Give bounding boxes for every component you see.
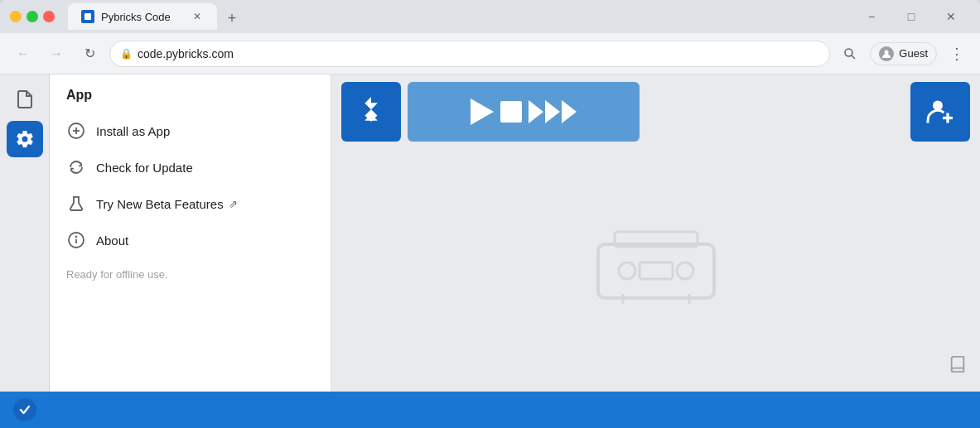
status-check-icon (13, 398, 36, 421)
secure-icon: 🔒 (120, 48, 133, 60)
status-text: Ready for offline use. (50, 258, 331, 291)
forward-button[interactable]: → (43, 41, 70, 67)
profile-label: Guest (899, 47, 928, 60)
svg-point-10 (76, 237, 77, 238)
about-label: About (96, 233, 128, 248)
svg-rect-18 (640, 262, 673, 279)
search-button[interactable] (837, 41, 863, 67)
robot-placeholder (590, 228, 722, 314)
browser-window: − □ ✕ Pybricks Code ✕ + − □ ✕ ← → ↻ 🔒 co (0, 0, 980, 428)
tab-title: Pybricks Code (101, 11, 184, 23)
app-content: App Install as App (0, 75, 980, 392)
beta-label: Try New Beta Features ⇗ (96, 197, 238, 211)
new-tab-button[interactable]: + (220, 7, 244, 30)
url-bar[interactable]: 🔒 code.pybricks.com (109, 41, 830, 67)
external-link-icon: ⇗ (229, 198, 238, 210)
canvas-area (331, 149, 980, 392)
flask-icon (66, 194, 86, 214)
toolbar (331, 75, 980, 149)
url-text: code.pybricks.com (138, 47, 234, 60)
documentation-icon[interactable] (949, 355, 967, 378)
refresh-icon (66, 157, 86, 177)
minimize-button[interactable]: − (10, 11, 22, 22)
title-bar: − □ ✕ Pybricks Code ✕ + − □ ✕ (0, 0, 980, 33)
window-controls: − □ ✕ (10, 11, 55, 22)
menu-section-title: App (50, 81, 331, 113)
more-options-button[interactable]: ⋮ (944, 41, 970, 67)
main-area (331, 75, 980, 392)
maximize-button[interactable]: □ (27, 11, 38, 22)
menu-item-install-app[interactable]: Install as App (50, 113, 331, 149)
address-bar: ← → ↻ 🔒 code.pybricks.com Guest ⋮ (0, 33, 980, 75)
circle-plus-icon (66, 121, 86, 141)
play-icon (471, 99, 494, 125)
svg-point-16 (619, 262, 635, 279)
svg-point-12 (933, 101, 943, 111)
dropdown-menu: App Install as App (50, 75, 331, 392)
add-user-button[interactable] (910, 82, 970, 142)
fast-forward-icon (529, 100, 577, 123)
browser-minimize-button[interactable]: − (852, 3, 891, 30)
browser-close-button[interactable]: ✕ (932, 3, 970, 30)
sidebar (0, 75, 50, 392)
close-window-button[interactable]: ✕ (43, 11, 55, 22)
svg-rect-0 (84, 13, 91, 20)
profile-icon (879, 46, 894, 61)
reload-button[interactable]: ↻ (76, 41, 103, 67)
back-button[interactable]: ← (10, 41, 36, 67)
profile-button[interactable]: Guest (870, 42, 937, 65)
bluetooth-button[interactable] (341, 82, 401, 142)
menu-item-check-update[interactable]: Check for Update (50, 149, 331, 185)
install-app-label: Install as App (96, 124, 170, 138)
status-bar (0, 392, 980, 428)
svg-point-1 (845, 49, 852, 56)
tab-close-button[interactable]: ✕ (191, 10, 204, 23)
svg-point-3 (885, 50, 889, 54)
sidebar-item-settings[interactable] (7, 121, 43, 157)
menu-item-beta[interactable]: Try New Beta Features ⇗ (50, 185, 331, 222)
info-circle-icon (66, 230, 86, 250)
svg-rect-15 (598, 244, 714, 298)
window-right-controls: − □ ✕ (852, 3, 970, 30)
tab-favicon-icon (81, 10, 94, 23)
sidebar-item-file[interactable] (7, 81, 43, 118)
browser-maximize-button[interactable]: □ (892, 3, 930, 30)
svg-line-2 (852, 55, 855, 59)
tab-bar: Pybricks Code ✕ + (61, 3, 846, 30)
playback-controls-button[interactable] (408, 82, 640, 142)
stop-icon (500, 101, 522, 123)
menu-item-about[interactable]: About (50, 222, 331, 258)
svg-point-17 (677, 262, 693, 279)
check-update-label: Check for Update (96, 161, 193, 175)
active-tab[interactable]: Pybricks Code ✕ (68, 3, 217, 30)
